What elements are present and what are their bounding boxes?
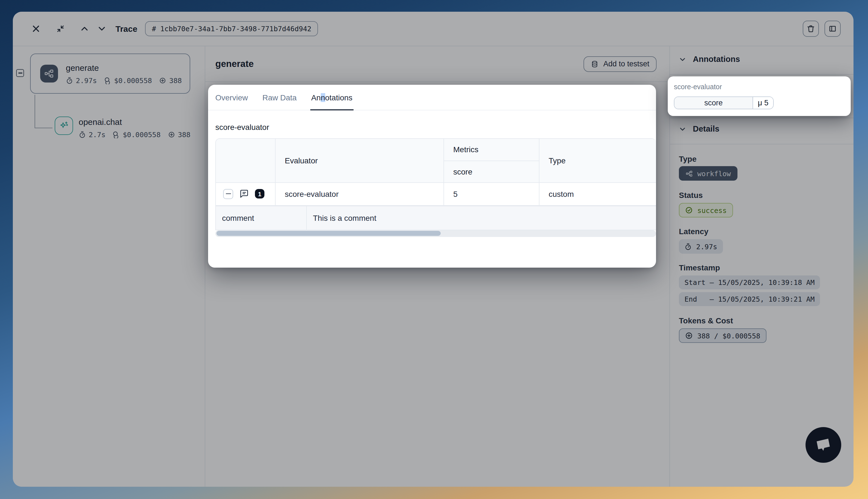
annotation-score-card: score-evaluator score μ 5 xyxy=(668,76,851,116)
score-metric-pill[interactable]: score μ 5 xyxy=(674,96,774,109)
annotation-evaluator-label: score-evaluator xyxy=(674,83,845,91)
annotations-tab-card: Overview Raw Data Annotations score-eval… xyxy=(208,85,656,268)
page-background: Trace # 1cbb70e7-34a1-7bb7-3498-771b7d46… xyxy=(0,0,868,499)
column-header-type: Type xyxy=(539,139,656,182)
horizontal-scrollbar[interactable] xyxy=(215,230,656,237)
metric-name: score xyxy=(674,97,753,109)
table-row: 1 score-evaluator 5 custom xyxy=(216,182,656,205)
column-header-metrics: Metrics xyxy=(444,139,539,161)
cell-score: 5 xyxy=(444,182,539,205)
collapse-row-button[interactable] xyxy=(223,189,233,199)
comment-row: comment This is a comment xyxy=(215,206,656,230)
scrollbar-thumb[interactable] xyxy=(216,231,441,236)
tab-bar: Overview Raw Data Annotations xyxy=(208,85,656,110)
annotations-table: Evaluator Metrics Type score xyxy=(215,138,656,206)
comment-icon[interactable] xyxy=(239,189,249,198)
tab-overview[interactable]: Overview xyxy=(215,85,248,110)
annotations-tab-content: score-evaluator Evaluator Metrics Type xyxy=(208,110,656,237)
cell-type: custom xyxy=(539,182,656,205)
comment-value: This is a comment xyxy=(307,206,656,229)
text-selection: n xyxy=(321,93,325,102)
mu-badge: μ 5 xyxy=(753,97,773,109)
column-header-evaluator: Evaluator xyxy=(275,139,444,182)
tab-raw-data[interactable]: Raw Data xyxy=(263,85,297,110)
evaluator-section-label: score-evaluator xyxy=(215,123,656,132)
subcolumn-header-score: score xyxy=(444,161,539,182)
controls-column-header xyxy=(216,139,275,182)
tab-annotations[interactable]: Annotations xyxy=(311,85,352,110)
trace-modal: Trace # 1cbb70e7-34a1-7bb7-3498-771b7d46… xyxy=(13,12,854,487)
cell-evaluator: score-evaluator xyxy=(275,182,444,205)
comment-key: comment xyxy=(216,206,307,229)
comment-count-badge: 1 xyxy=(255,189,264,198)
